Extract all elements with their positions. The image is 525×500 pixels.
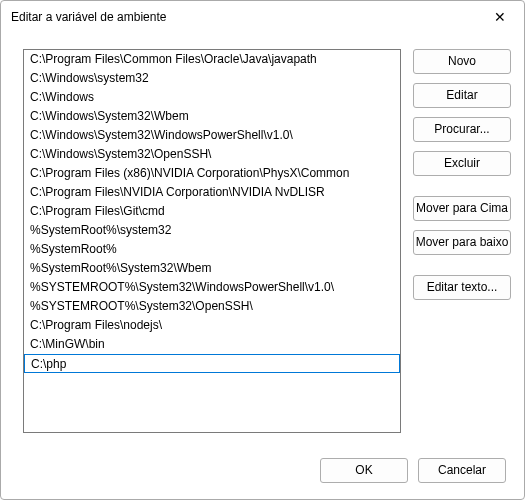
dialog-window: Editar a variável de ambiente ✕ C:\Progr…	[0, 0, 525, 500]
list-item[interactable]: C:\Program Files (x86)\NVIDIA Corporatio…	[24, 164, 400, 183]
list-item[interactable]: C:\Program Files\Git\cmd	[24, 202, 400, 221]
ok-button[interactable]: OK	[320, 458, 408, 483]
move-down-button[interactable]: Mover para baixo	[413, 230, 511, 255]
browse-button[interactable]: Procurar...	[413, 117, 511, 142]
list-item-empty[interactable]	[24, 373, 400, 392]
list-item[interactable]: C:\Windows\System32\WindowsPowerShell\v1…	[24, 126, 400, 145]
edit-button[interactable]: Editar	[413, 83, 511, 108]
list-item-editing[interactable]	[24, 354, 400, 373]
list-item[interactable]: C:\Program Files\NVIDIA Corporation\NVID…	[24, 183, 400, 202]
new-button[interactable]: Novo	[413, 49, 511, 74]
button-spacer	[413, 255, 511, 275]
list-item[interactable]: C:\Program Files\Common Files\Oracle\Jav…	[24, 50, 400, 69]
list-item[interactable]: %SYSTEMROOT%\System32\WindowsPowerShell\…	[24, 278, 400, 297]
list-item[interactable]: %SystemRoot%	[24, 240, 400, 259]
titlebar: Editar a variável de ambiente ✕	[1, 1, 524, 33]
cancel-button[interactable]: Cancelar	[418, 458, 506, 483]
list-item[interactable]: %SystemRoot%\system32	[24, 221, 400, 240]
list-item[interactable]: C:\MinGW\bin	[24, 335, 400, 354]
button-column: Novo Editar Procurar... Excluir Mover pa…	[413, 49, 511, 441]
list-item-empty[interactable]	[24, 411, 400, 430]
content-area: C:\Program Files\Common Files\Oracle\Jav…	[23, 49, 512, 441]
path-listbox[interactable]: C:\Program Files\Common Files\Oracle\Jav…	[23, 49, 401, 433]
list-item[interactable]: C:\Windows\System32\Wbem	[24, 107, 400, 126]
list-item[interactable]: C:\Program Files\nodejs\	[24, 316, 400, 335]
list-item[interactable]: %SYSTEMROOT%\System32\OpenSSH\	[24, 297, 400, 316]
footer-buttons: OK Cancelar	[320, 458, 506, 483]
delete-button[interactable]: Excluir	[413, 151, 511, 176]
button-spacer	[413, 176, 511, 196]
move-up-button[interactable]: Mover para Cima	[413, 196, 511, 221]
list-item-empty[interactable]	[24, 392, 400, 411]
list-item[interactable]: C:\Windows	[24, 88, 400, 107]
list-item[interactable]: C:\Windows\system32	[24, 69, 400, 88]
list-item[interactable]: %SystemRoot%\System32\Wbem	[24, 259, 400, 278]
list-item[interactable]: C:\Windows\System32\OpenSSH\	[24, 145, 400, 164]
window-title: Editar a variável de ambiente	[11, 10, 486, 24]
edit-text-button[interactable]: Editar texto...	[413, 275, 511, 300]
path-edit-input[interactable]	[25, 355, 399, 372]
close-icon[interactable]: ✕	[486, 5, 514, 29]
